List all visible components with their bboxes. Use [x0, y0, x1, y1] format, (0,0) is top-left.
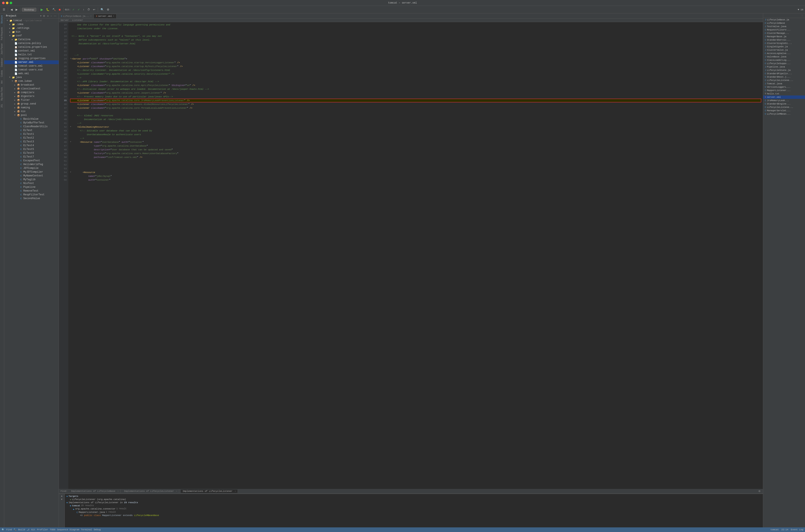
- vtool-structure[interactable]: Structure: [0, 14, 4, 25]
- tree-item-jdtcompile[interactable]: C JDTCompile: [4, 166, 59, 170]
- tree-item-classloadtest[interactable]: ▶ 📦 classloadtest: [4, 87, 59, 91]
- tree-item-bytebuffertest[interactable]: C ByteBufferTest: [4, 121, 59, 125]
- tree-item-conf[interactable]: ▼ 📁 conf: [4, 34, 59, 38]
- status-build-label[interactable]: Build: [18, 528, 25, 531]
- right-item-managerbase[interactable]: J ManagerBase.ja: [763, 35, 805, 38]
- settings-btn[interactable]: ⚙: [106, 7, 110, 12]
- tab-server-xml[interactable]: X server.xml ×: [94, 14, 116, 18]
- tab-close-server-xml[interactable]: ×: [113, 15, 114, 17]
- tree-arrow-broadcast[interactable]: ▶: [14, 84, 17, 86]
- status-event-log[interactable]: Event Log: [791, 528, 803, 531]
- tree-item-catalina-policy[interactable]: 📄 catalina.policy: [4, 41, 59, 45]
- toolbar-nav-forward[interactable]: ▶: [15, 7, 19, 12]
- tree-item-filter[interactable]: ▶ 📦 filter: [4, 98, 59, 102]
- right-item-hello-txt2[interactable]: T hello.txt: [763, 92, 805, 95]
- tree-item-eltest1[interactable]: C ELTest1: [4, 132, 59, 136]
- tree-item-pool[interactable]: ▼ 📦 pool: [4, 113, 59, 117]
- tree-item-idea[interactable]: ▶ 📁 .idea: [4, 22, 59, 26]
- vtool-database[interactable]: Database: [0, 56, 4, 69]
- tree-arrow-bin[interactable]: ▶: [9, 31, 12, 33]
- tree-item-web-xml[interactable]: 📄 web.xml: [4, 72, 59, 75]
- tree-item-compilerx[interactable]: ▶ 📦 compilerx: [4, 91, 59, 94]
- find-settings-btn[interactable]: ⚙: [758, 490, 761, 493]
- connector-group[interactable]: ▶ org.apache.catalina.connector 1 result: [73, 507, 761, 511]
- right-item-clustersingle[interactable]: C ClusterSingleSi...: [763, 42, 805, 45]
- tomcat-group[interactable]: ▼ tomcat 25 results: [70, 504, 761, 507]
- tree-item-eltest2[interactable]: C ELTest2: [4, 136, 59, 140]
- bootstrap-selector[interactable]: Bootstrap: [22, 8, 36, 12]
- right-item-singlesignon[interactable]: J SingleSignOn.ja: [763, 45, 805, 49]
- target-expand-icon[interactable]: ▼: [66, 495, 68, 498]
- git-push[interactable]: ↑: [82, 7, 85, 12]
- tree-item-tomcat-users-xml[interactable]: 📄 tomcat-users.xml: [4, 64, 59, 68]
- status-profiler-label[interactable]: Profiler: [37, 528, 48, 531]
- tree-item-hello-txt[interactable]: 📄 hello.txt: [4, 53, 59, 57]
- lifecycle-listener-item[interactable]: ● LifecycleListener (org.apache.catalina…: [70, 498, 761, 501]
- tree-item-eltest6[interactable]: C ELTest6: [4, 151, 59, 155]
- vtool-codota[interactable]: Codota: [0, 69, 4, 79]
- tree-arrow-idea[interactable]: ▶: [9, 23, 12, 26]
- right-item-lifecyclelisten2[interactable]: C LifecycleListene...: [763, 106, 805, 109]
- tree-item-broadcast[interactable]: ▶ 📦 broadcast: [4, 83, 59, 87]
- tree-arrow-com-luban[interactable]: ▼: [12, 80, 14, 82]
- git-commit[interactable]: ✓: [77, 7, 81, 12]
- tree-item-tomcat[interactable]: ▼ 📁 tomcat ~/gitlab/tomcat: [4, 19, 59, 22]
- mapper-detail[interactable]: 48 public class MapperListener extends L…: [80, 514, 761, 517]
- tree-item-nio[interactable]: ▶ 📦 nio: [4, 110, 59, 113]
- toolbar-menu-btn[interactable]: ☰: [2, 7, 6, 12]
- results-area[interactable]: ▼ Targets ● LifecycleListener (org.apach…: [65, 494, 763, 527]
- tree-item-server-xml[interactable]: 📄 server.xml: [4, 60, 59, 64]
- tree-item-eltest4[interactable]: C ELTest4: [4, 144, 59, 147]
- right-item-standardhost[interactable]: C StandardHost.j...: [763, 75, 805, 79]
- right-item-standardservice[interactable]: C StandardServic...: [763, 38, 805, 42]
- toolbar-nav-back[interactable]: ◀: [9, 7, 14, 12]
- tomcat-expand-icon[interactable]: ▼: [70, 505, 71, 507]
- tree-item-mynamecontext[interactable]: C MyNameContext: [4, 174, 59, 178]
- tree-item-basicvalue[interactable]: C BasicValue: [4, 117, 59, 121]
- right-item-server-xml-r[interactable]: X server.xml: [763, 95, 805, 99]
- tree-item-digesterx[interactable]: ▶ 📦 digesterx: [4, 94, 59, 98]
- find-tab-impl-base[interactable]: Implementations of LifecycleBase ×: [69, 490, 120, 493]
- right-item-managerservlet[interactable]: C ManagerServlet...: [763, 109, 805, 112]
- tree-item-bin[interactable]: ▶ 📁 bin: [4, 30, 59, 34]
- tree-item-secondvalue[interactable]: C SecondValue: [4, 196, 59, 201]
- tree-item-eltest3[interactable]: C ELTest3: [4, 140, 59, 144]
- git-update[interactable]: ✓: [71, 7, 76, 12]
- tree-item-context-xml[interactable]: 📄 context.xml: [4, 49, 59, 53]
- find-tab-close-impl-listener[interactable]: ×: [176, 490, 177, 492]
- tree-item-eltest[interactable]: C ELTest: [4, 129, 59, 132]
- right-item-jrememoryleak[interactable]: C JreMemoryLeak...: [763, 99, 805, 102]
- tree-arrow-conf[interactable]: ▼: [9, 35, 12, 37]
- tree-item-pipeline[interactable]: C Pipeline: [4, 185, 59, 189]
- search-btn[interactable]: 🔍: [99, 7, 105, 12]
- sidebar-more-btn[interactable]: ⋯: [53, 14, 57, 18]
- tree-item-mytaglib[interactable]: C MyTaglib: [4, 178, 59, 182]
- debug-button[interactable]: 🐛: [45, 7, 51, 12]
- sidebar-collapse-btn[interactable]: −: [50, 14, 53, 18]
- impl-expand-icon[interactable]: ▼: [66, 502, 68, 504]
- tree-arrow-java[interactable]: ▼: [9, 76, 12, 78]
- status-terminal-label[interactable]: Terminal: [81, 528, 92, 531]
- status-debug-label[interactable]: Debug: [94, 528, 101, 531]
- right-item-lifecyclembea[interactable]: C LifecycleMBean...: [763, 112, 805, 116]
- right-item-lifecyclesupport[interactable]: C LifecycleSuppo...: [763, 62, 805, 65]
- vtool-big-data-tools[interactable]: Big Data Tools: [0, 86, 4, 102]
- right-item-standardengine[interactable]: C StandardEngine...: [763, 102, 805, 106]
- sidebar-settings-btn[interactable]: ⚙: [42, 14, 46, 18]
- vtool-json-parser[interactable]: Json Parser: [0, 42, 4, 56]
- right-item-valvebase[interactable]: J ValveBase.java: [763, 55, 805, 58]
- tree-item-tomcat-users-xsd[interactable]: 📄 tomcat-users.xsd: [4, 68, 59, 72]
- breadcrumb-listener[interactable]: Listener: [72, 19, 83, 21]
- bottom-collapse-btn[interactable]: ▼: [61, 498, 62, 501]
- status-find-label[interactable]: Find: [6, 528, 12, 531]
- tree-arrow-settings[interactable]: ▶: [9, 27, 12, 30]
- sidebar-sort-btn[interactable]: ≡: [46, 14, 49, 18]
- right-item-versionlogger[interactable]: C VersionLoggerL...: [763, 86, 805, 89]
- implementations-header[interactable]: ▼ Implementations of LifecycleListener i…: [66, 501, 761, 504]
- tree-item-respfiltertest[interactable]: C RespFilterTest: [4, 193, 59, 196]
- find-tab-impl-listener2[interactable]: Implementations of LifecycleListener ×: [181, 490, 238, 493]
- window-controls[interactable]: [2, 2, 12, 4]
- run-button[interactable]: ▶: [40, 7, 44, 12]
- targets-header[interactable]: ▼ Targets: [66, 495, 761, 498]
- tree-item-classreaderutils[interactable]: C ClassReaderUtils: [4, 125, 59, 129]
